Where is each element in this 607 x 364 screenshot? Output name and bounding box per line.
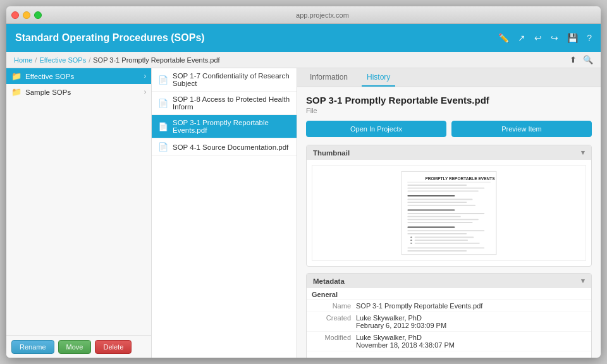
file-list-item[interactable]: 📄 SOP 4-1 Source Documentation.pdf bbox=[152, 138, 297, 156]
breadcrumb-bar: Home / Effective SOPs / SOP 3-1 Promptly… bbox=[6, 52, 601, 68]
tree-item-sample-sops[interactable]: 📁 Sample SOPs › bbox=[6, 84, 151, 100]
metadata-section-label: Metadata bbox=[313, 277, 345, 285]
info-tabs: Information History bbox=[297, 68, 601, 87]
folder-icon: 📁 bbox=[11, 71, 21, 81]
metadata-general-group: General Name SOP 3-1 Promptly Reportable… bbox=[307, 288, 591, 351]
metadata-section-header[interactable]: Metadata ▾ bbox=[307, 274, 591, 288]
svg-rect-21 bbox=[410, 240, 412, 241]
delete-button[interactable]: Delete bbox=[95, 340, 132, 354]
rename-button[interactable]: Rename bbox=[11, 340, 54, 354]
file-icon: 📄 bbox=[158, 75, 168, 85]
file-list-item-label: SOP 1-8 Access to Protected Health Infor… bbox=[173, 95, 290, 111]
svg-rect-14 bbox=[407, 219, 479, 220]
move-button[interactable]: Move bbox=[58, 340, 92, 354]
open-in-projectx-button[interactable]: Open In Projectx bbox=[306, 121, 446, 137]
breadcrumb-actions: ⬆ 🔍 bbox=[570, 55, 593, 64]
svg-rect-16 bbox=[407, 227, 455, 228]
thumbnail-chevron-icon: ▾ bbox=[581, 149, 585, 157]
svg-rect-22 bbox=[415, 240, 468, 241]
chevron-icon: › bbox=[144, 73, 146, 80]
svg-rect-10 bbox=[407, 205, 475, 206]
file-icon: 📄 bbox=[158, 99, 168, 108]
search-icon[interactable]: 🔍 bbox=[583, 55, 593, 64]
svg-rect-11 bbox=[407, 209, 455, 210]
main-window: app.projectx.com Standard Operating Proc… bbox=[6, 6, 601, 358]
tab-history[interactable]: History bbox=[362, 70, 395, 87]
pencil-icon[interactable]: ✏️ bbox=[498, 33, 509, 43]
metadata-value-modified: Luke Skywalker, PhDNovember 18, 2018 4:3… bbox=[356, 334, 586, 349]
file-list-item[interactable]: 📄 SOP 1-7 Confidentiality of Research Su… bbox=[152, 68, 297, 92]
tree-item-label: Sample SOPs bbox=[25, 88, 71, 96]
file-panel: 📁 Effective SOPs › 📁 Sample SOPs › Renam… bbox=[6, 68, 152, 358]
titlebar: app.projectx.com bbox=[6, 6, 601, 24]
info-panel: Information History SOP 3-1 Promptly Rep… bbox=[297, 68, 601, 358]
svg-rect-5 bbox=[407, 188, 484, 189]
tree-item-effective-sops[interactable]: 📁 Effective SOPs › bbox=[6, 68, 151, 84]
info-filetype: File bbox=[306, 107, 592, 114]
upload-icon[interactable]: ⬆ bbox=[570, 55, 577, 64]
metadata-row-created: Created Luke Skywalker, PhDFebruary 6, 2… bbox=[307, 312, 591, 332]
file-list-item-label: SOP 4-1 Source Documentation.pdf bbox=[173, 143, 288, 151]
breadcrumb: Home / Effective SOPs / SOP 3-1 Promptly… bbox=[14, 56, 220, 64]
folder-icon: 📁 bbox=[11, 87, 21, 97]
close-button[interactable] bbox=[11, 11, 19, 19]
chevron-icon: › bbox=[144, 88, 146, 95]
metadata-value-created: Luke Skywalker, PhDFebruary 6, 2012 9:03… bbox=[356, 314, 586, 329]
svg-rect-23 bbox=[410, 243, 412, 244]
breadcrumb-effective-sops[interactable]: Effective SOPs bbox=[39, 56, 86, 64]
svg-rect-9 bbox=[407, 202, 467, 203]
svg-text:PROMPTLY REPORTABLE EVENTS: PROMPTLY REPORTABLE EVENTS bbox=[426, 176, 496, 181]
file-list-item[interactable]: 📄 SOP 1-8 Access to Protected Health Inf… bbox=[152, 92, 297, 115]
breadcrumb-home[interactable]: Home bbox=[14, 56, 32, 64]
svg-rect-13 bbox=[407, 216, 460, 217]
app-title: Standard Operating Procedures (SOPs) bbox=[15, 32, 498, 44]
metadata-value-name: SOP 3-1 Promptly Reportable Events.pdf bbox=[356, 302, 586, 310]
undo-icon[interactable]: ↩ bbox=[534, 33, 542, 43]
file-list-item-label: SOP 1-7 Confidentiality of Research Subj… bbox=[173, 72, 290, 87]
svg-rect-7 bbox=[407, 195, 455, 197]
svg-rect-15 bbox=[407, 222, 472, 223]
help-icon[interactable]: ? bbox=[587, 33, 592, 43]
metadata-label-name: Name bbox=[312, 302, 356, 310]
thumbnail-section-label: Thumbnail bbox=[313, 149, 350, 157]
save-icon[interactable]: 💾 bbox=[567, 33, 578, 43]
breadcrumb-current-file: SOP 3-1 Promptly Reportable Events.pdf bbox=[93, 56, 219, 64]
svg-rect-12 bbox=[407, 213, 484, 214]
info-body: SOP 3-1 Promptly Reportable Events.pdf F… bbox=[297, 87, 601, 358]
file-icon: 📄 bbox=[158, 122, 168, 131]
file-list-item-selected[interactable]: 📄 SOP 3-1 Promptly Reportable Events.pdf bbox=[152, 115, 297, 138]
tree-item-label: Effective SOPs bbox=[25, 73, 74, 80]
minimize-button[interactable] bbox=[23, 11, 30, 19]
thumbnail-section: Thumbnail ▾ PROMPTLY REPORTABLE EVENTS bbox=[306, 145, 592, 267]
preview-item-button[interactable]: Preview Item bbox=[451, 121, 592, 137]
thumbnail-section-header[interactable]: Thumbnail ▾ bbox=[307, 145, 591, 160]
svg-rect-8 bbox=[407, 199, 472, 200]
metadata-general-title: General bbox=[307, 288, 591, 300]
file-list-item-label: SOP 3-1 Promptly Reportable Events.pdf bbox=[173, 119, 290, 134]
svg-rect-24 bbox=[415, 243, 480, 244]
main-content: 📁 Effective SOPs › 📁 Sample SOPs › Renam… bbox=[6, 68, 601, 358]
document-thumbnail-svg: PROMPTLY REPORTABLE EVENTS bbox=[312, 166, 586, 260]
share-icon[interactable]: ↗ bbox=[518, 33, 525, 43]
svg-rect-17 bbox=[407, 230, 484, 231]
svg-rect-26 bbox=[407, 250, 467, 252]
svg-rect-25 bbox=[407, 247, 484, 248]
redo-icon[interactable]: ↪ bbox=[551, 33, 558, 43]
tab-information[interactable]: Information bbox=[305, 70, 353, 87]
thumbnail-preview: PROMPTLY REPORTABLE EVENTS bbox=[312, 165, 586, 261]
metadata-section-body: General Name SOP 3-1 Promptly Reportable… bbox=[307, 288, 591, 358]
maximize-button[interactable] bbox=[34, 11, 42, 19]
metadata-section: Metadata ▾ General Name SOP 3-1 Promptly… bbox=[306, 273, 592, 358]
metadata-chevron-icon: ▾ bbox=[581, 277, 585, 285]
app-header: Standard Operating Procedures (SOPs) ✏️ … bbox=[6, 24, 601, 52]
svg-rect-18 bbox=[407, 233, 467, 234]
metadata-row-name: Name SOP 3-1 Promptly Reportable Events.… bbox=[307, 300, 591, 312]
titlebar-url: app.projectx.com bbox=[49, 11, 596, 19]
info-actions: Open In Projectx Preview Item bbox=[306, 121, 592, 137]
file-list: 📄 SOP 1-7 Confidentiality of Research Su… bbox=[152, 68, 297, 358]
metadata-row-modified: Modified Luke Skywalker, PhDNovember 18,… bbox=[307, 332, 591, 351]
svg-rect-20 bbox=[415, 237, 474, 238]
svg-rect-19 bbox=[410, 237, 412, 238]
metadata-file-group: File Type Document Category SOP Size bbox=[307, 355, 591, 358]
thumbnail-section-body: PROMPTLY REPORTABLE EVENTS bbox=[307, 160, 591, 266]
